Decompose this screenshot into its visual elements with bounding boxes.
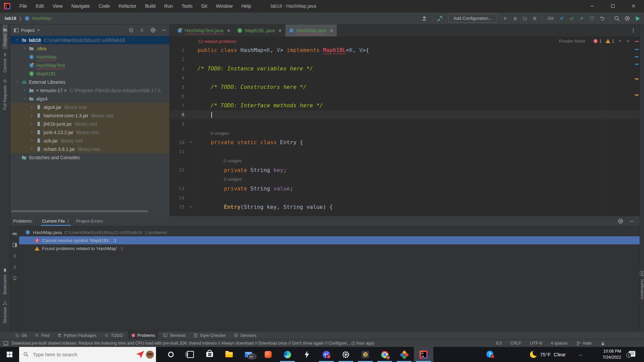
- stop-icon[interactable]: [532, 16, 537, 21]
- line-number[interactable]: 7: [170, 103, 184, 108]
- tree-row[interactable]: .idea: [10, 44, 169, 53]
- toolwindow-terminal[interactable]: Terminal: [160, 331, 189, 339]
- taskbar-app-opera[interactable]: [161, 347, 180, 362]
- maximize-button[interactable]: [602, 0, 623, 12]
- toolwindow-git[interactable]: Git: [11, 331, 30, 339]
- taskbar-app-intellij[interactable]: [414, 347, 433, 362]
- prev-problem-chevron-icon[interactable]: [618, 39, 622, 43]
- line-number[interactable]: 13: [170, 186, 184, 191]
- line-number[interactable]: 5: [170, 84, 184, 90]
- menu-navigate[interactable]: Navigate: [67, 0, 94, 12]
- line-number[interactable]: 11: [170, 149, 184, 154]
- taskbar-app-office[interactable]: [258, 347, 278, 362]
- tool-window-switcher-icon[interactable]: [3, 341, 8, 346]
- menu-help[interactable]: Help: [237, 0, 256, 12]
- menu-build[interactable]: Build: [141, 0, 160, 12]
- stripe-mark[interactable]: [635, 56, 639, 57]
- taskbar-app-mail[interactable]: 99+: [239, 347, 258, 362]
- line-number[interactable]: 1: [170, 48, 184, 53]
- line-number[interactable]: 10: [170, 140, 184, 145]
- stripe-mark[interactable]: [635, 64, 639, 65]
- close-tab-icon[interactable]: ✕: [227, 28, 230, 33]
- tree-row[interactable]: ucb.jar library root: [10, 136, 169, 145]
- tool-stripe-project[interactable]: Project: [3, 24, 7, 49]
- usages-hint[interactable]: 3 usages: [223, 177, 242, 182]
- quick-fix-bulb-icon[interactable]: [12, 276, 17, 281]
- close-button[interactable]: [623, 0, 644, 12]
- tool-stripe-structure[interactable]: Structure: [0, 298, 10, 326]
- menu-code[interactable]: Code: [94, 0, 114, 12]
- line-number[interactable]: 14: [170, 195, 184, 200]
- locate-file-icon[interactable]: [128, 27, 134, 33]
- line-number[interactable]: 6: [170, 94, 184, 99]
- toolwindow-style-checker[interactable]: Style Checker: [190, 331, 229, 339]
- menu-edit[interactable]: Edit: [32, 0, 48, 12]
- unlocked-icon[interactable]: [600, 341, 605, 346]
- tree-row[interactable]: algs4: [10, 95, 169, 103]
- taskbar-app-norton[interactable]: [356, 347, 375, 362]
- collapse-all-icon[interactable]: [139, 27, 145, 33]
- problems-tab-current-file[interactable]: Current File2: [39, 216, 73, 226]
- taskbar-app-edge[interactable]: [278, 347, 297, 362]
- tree-row[interactable]: Scratches and Consoles: [10, 153, 169, 162]
- problem-item[interactable]: Cannot resolve symbol 'Map61BL' :1: [19, 236, 640, 244]
- git-commit-check-icon[interactable]: [569, 15, 575, 21]
- project-panel-title[interactable]: Project: [21, 28, 35, 33]
- file-encoding[interactable]: UTF-8: [530, 341, 542, 346]
- tool-stripe-pull-requests[interactable]: Pull Requests: [3, 76, 7, 113]
- open-preview-icon[interactable]: [12, 242, 17, 248]
- breadcrumb-class[interactable]: HashMap: [32, 16, 52, 21]
- clock-widget[interactable]: 10:08 PM 7/24/2022: [590, 348, 621, 360]
- menu-refactor[interactable]: Refactor: [114, 0, 141, 12]
- taskbar-app-task-view[interactable]: [180, 347, 200, 362]
- editor-tab-HashMap.java[interactable]: C HashMap.java ✕: [285, 24, 337, 37]
- line-number[interactable]: 3: [170, 66, 184, 71]
- history-clock-icon[interactable]: [589, 15, 595, 21]
- menu-tools[interactable]: Tools: [177, 0, 197, 12]
- notifications-stripe-label[interactable]: Notifications: [640, 279, 644, 299]
- weather-widget[interactable]: 75°F Clear: [530, 347, 566, 362]
- taskbar-app-explorer[interactable]: [219, 347, 239, 362]
- tree-row[interactable]: I Map61BL: [10, 69, 169, 78]
- taskbar-app-bolt[interactable]: [297, 347, 317, 362]
- problem-item[interactable]: Found problems related to 'HashMap' :1: [19, 244, 640, 252]
- error-badge-icon[interactable]: [593, 39, 598, 44]
- close-tab-icon[interactable]: ✕: [278, 28, 282, 33]
- toolwindow-todo[interactable]: TODO: [101, 331, 126, 339]
- line-number[interactable]: 4: [170, 75, 184, 80]
- get-help-icon[interactable]: ?: [486, 351, 493, 358]
- minimize-button[interactable]: [582, 0, 602, 12]
- horizontal-scrollbar[interactable]: [11, 210, 148, 212]
- warning-stripe-mark[interactable]: [635, 78, 639, 79]
- debug-icon[interactable]: [513, 16, 518, 21]
- ide-updates-icon[interactable]: [635, 15, 641, 21]
- line-ending[interactable]: CRLF: [511, 341, 522, 346]
- breadcrumb[interactable]: lab18 ❯ C HashMap: [5, 16, 51, 21]
- line-number[interactable]: 12: [170, 167, 184, 173]
- build-hammer-icon[interactable]: [437, 15, 443, 21]
- menu-git[interactable]: Git: [197, 0, 212, 12]
- menu-file[interactable]: File: [15, 0, 32, 12]
- usages-hint[interactable]: 4 usages: [211, 131, 229, 136]
- editor-tab-HashMapTest.java[interactable]: C HashMapTest.java ✕: [174, 24, 234, 37]
- tool-stripe-commit[interactable]: Commit: [3, 49, 7, 75]
- line-number[interactable]: 15: [170, 204, 184, 209]
- settings-gear-icon[interactable]: [624, 15, 630, 21]
- line-number[interactable]: 2: [170, 57, 184, 62]
- toolwindow-find[interactable]: Find: [32, 331, 53, 339]
- profiler-icon[interactable]: [522, 16, 528, 21]
- next-problem-chevron-icon[interactable]: [626, 39, 630, 43]
- editor-tab-Map61BL.java[interactable]: I Map61BL.java ✕: [234, 24, 285, 37]
- toolwindow-problems[interactable]: Problems: [128, 331, 159, 339]
- tree-row[interactable]: hamcrest-core-1.3.jar library root: [10, 111, 169, 120]
- tray-chevron-up-icon[interactable]: ︿: [579, 352, 583, 358]
- tree-row[interactable]: C HashMap: [10, 53, 169, 61]
- toolwindow-python-packages[interactable]: Python Packages: [54, 331, 100, 339]
- collapse-all-icon[interactable]: [12, 264, 17, 270]
- menu-run[interactable]: Run: [160, 0, 177, 12]
- toolwindow-services[interactable]: Services: [230, 331, 260, 339]
- start-button[interactable]: [0, 347, 19, 362]
- tree-row[interactable]: External Libraries: [10, 78, 169, 86]
- tree-row[interactable]: xchart-3.8.1.jar library root: [10, 145, 169, 153]
- git-push-icon[interactable]: [579, 15, 585, 21]
